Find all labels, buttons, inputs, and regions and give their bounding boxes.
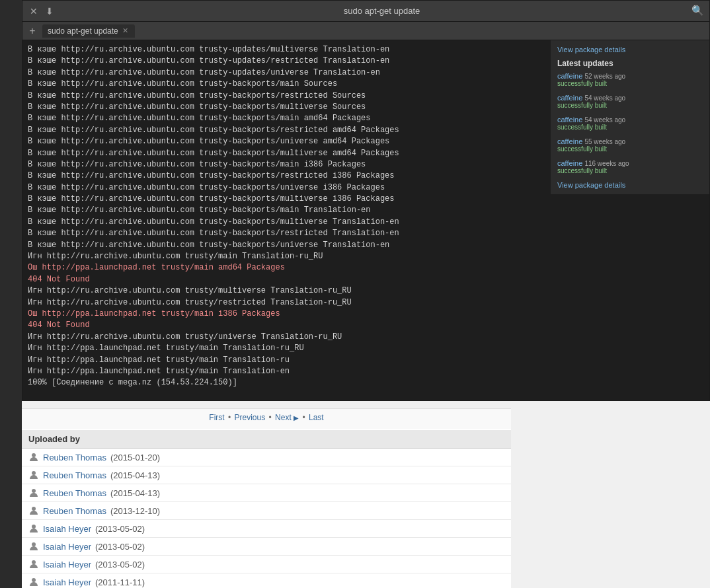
sidebar-update-item: caffeine 54 weeks ago successfully built	[557, 94, 703, 109]
latest-updates-title: Latest updates	[557, 59, 703, 68]
sidebar-updates-list: caffeine 52 weeks ago successfully built…	[557, 72, 703, 174]
terminal-line: Ош http://ppa.launchpad.net trusty/main …	[28, 309, 704, 320]
user-profile-link[interactable]: Isaiah Heyer	[43, 577, 91, 587]
bg-left-strip	[0, 0, 22, 588]
svg-point-2	[32, 489, 36, 493]
sidebar-update-status: successfully built	[557, 80, 703, 87]
main-content: First • Previous • Next ▶ • Last Uploade…	[22, 408, 511, 588]
user-profile-link[interactable]: Reuben Thomas	[43, 506, 106, 516]
terminal-window: ✕ ⬇ sudo apt-get update 🔍 + sudo apt-get…	[22, 0, 710, 401]
sidebar-update-name[interactable]: caffeine 54 weeks ago	[557, 94, 703, 102]
upload-date: (2013-05-02)	[95, 524, 145, 534]
terminal-sidebar: View package details Latest updates caff…	[551, 40, 709, 194]
svg-point-1	[32, 471, 36, 475]
sidebar-update-name[interactable]: caffeine 52 weeks ago	[557, 72, 703, 80]
user-icon	[28, 523, 39, 534]
pagination: First • Previous • Next ▶ • Last	[22, 408, 511, 429]
uploaded-by-row: Isaiah Heyer (2013-05-02)	[22, 538, 511, 556]
terminal-download-button[interactable]: ⬇	[44, 5, 56, 17]
terminal-tab-close-button[interactable]: ✕	[122, 26, 128, 35]
user-profile-link[interactable]: Isaiah Heyer	[43, 560, 91, 570]
terminal-titlebar: ✕ ⬇ sudo apt-get update 🔍	[22, 1, 709, 22]
terminal-line: В кэше http://ru.archive.ubuntu.com trus…	[28, 205, 704, 216]
sidebar-update-item: caffeine 55 weeks ago successfully built	[557, 137, 703, 153]
sidebar-update-time: 55 weeks ago	[584, 138, 625, 145]
sidebar-update-time: 54 weeks ago	[584, 116, 625, 124]
terminal-tab[interactable]: sudo apt-get update ✕	[42, 24, 135, 38]
sidebar-update-time: 54 weeks ago	[584, 94, 625, 102]
upload-date: (2013-05-02)	[95, 560, 145, 570]
user-icon	[28, 505, 39, 516]
upload-date: (2015-04-13)	[110, 488, 160, 498]
user-profile-link[interactable]: Reuben Thomas	[43, 453, 106, 462]
user-profile-link[interactable]: Reuben Thomas	[43, 488, 106, 498]
pagination-next-arrow: ▶	[294, 414, 299, 422]
upload-date: (2013-05-02)	[95, 542, 145, 552]
uploaded-by-row: Isaiah Heyer (2011-11-11)	[22, 573, 511, 588]
uploaded-by-header: Uploaded by	[22, 430, 511, 449]
user-icon	[28, 541, 39, 552]
terminal-line: Игн http://ru.archive.ubuntu.com trusty/…	[28, 297, 704, 309]
user-profile-link[interactable]: Isaiah Heyer	[43, 524, 91, 534]
user-icon	[28, 452, 39, 462]
pagination-first-link[interactable]: First	[209, 413, 224, 422]
sidebar-update-item: caffeine 52 weeks ago successfully built	[557, 72, 703, 87]
upload-date: (2015-04-13)	[110, 470, 160, 480]
user-icon	[28, 488, 39, 498]
uploaded-by-row: Reuben Thomas (2013-12-10)	[22, 502, 511, 520]
svg-point-4	[32, 525, 36, 529]
sidebar-update-status: successfully built	[557, 145, 703, 153]
terminal-line: Игн http://ppa.launchpad.net trusty/main…	[28, 355, 704, 366]
terminal-line: 404 Not Found	[28, 274, 704, 285]
terminal-line: 100% [Соединение с mega.nz (154.53.224.1…	[28, 377, 704, 388]
uploaded-by-row: Reuben Thomas (2015-04-13)	[22, 484, 511, 502]
sidebar-update-status: successfully built	[557, 167, 703, 174]
user-icon	[28, 577, 39, 587]
view-package-details-link-2[interactable]: View package details	[557, 181, 625, 189]
uploaded-by-rows: Reuben Thomas (2015-01-20)Reuben Thomas …	[22, 449, 511, 588]
user-icon	[28, 470, 39, 480]
user-icon	[28, 559, 39, 570]
pagination-sep-1: •	[228, 413, 233, 422]
pagination-last-link[interactable]: Last	[309, 413, 324, 422]
search-icon[interactable]: 🔍	[691, 5, 704, 17]
svg-point-0	[32, 453, 36, 457]
sidebar-update-name[interactable]: caffeine 116 weeks ago	[557, 159, 703, 167]
view-package-details-link-1[interactable]: View package details	[557, 46, 625, 54]
sidebar-update-status: successfully built	[557, 102, 703, 109]
sidebar-update-status: successfully built	[557, 124, 703, 131]
sidebar-update-name[interactable]: caffeine 55 weeks ago	[557, 137, 703, 145]
uploaded-by-row: Reuben Thomas (2015-04-13)	[22, 466, 511, 484]
uploaded-by-row: Isaiah Heyer (2013-05-02)	[22, 520, 511, 538]
terminal-line: Игн http://ppa.launchpad.net trusty/main…	[28, 366, 704, 377]
terminal-title: sudo apt-get update	[59, 6, 704, 16]
uploaded-by-row: Reuben Thomas (2015-01-20)	[22, 449, 511, 466]
terminal-line: Игн http://ru.archive.ubuntu.com trusty/…	[28, 285, 704, 297]
svg-point-3	[32, 507, 36, 511]
upload-date: (2015-01-20)	[110, 453, 160, 462]
pagination-sep-2: •	[269, 413, 274, 422]
terminal-tabs: + sudo apt-get update ✕	[22, 22, 709, 40]
sidebar-update-time: 116 weeks ago	[584, 160, 629, 167]
svg-point-7	[32, 578, 36, 582]
sidebar-update-name[interactable]: caffeine 54 weeks ago	[557, 116, 703, 124]
sidebar-update-item: caffeine 116 weeks ago successfully buil…	[557, 159, 703, 174]
terminal-line: Игн http://ru.archive.ubuntu.com trusty/…	[28, 251, 704, 262]
new-tab-button[interactable]: +	[25, 24, 40, 38]
upload-date: (2013-12-10)	[110, 506, 160, 516]
svg-point-5	[32, 542, 36, 546]
terminal-tab-label: sudo apt-get update	[48, 26, 118, 36]
user-profile-link[interactable]: Isaiah Heyer	[43, 542, 91, 552]
pagination-next-link[interactable]: Next	[275, 413, 292, 422]
uploaded-by-row: Isaiah Heyer (2013-05-02)	[22, 556, 511, 573]
terminal-line: 404 Not Found	[28, 320, 704, 331]
terminal-line: В кэше http://ru.archive.ubuntu.com trus…	[28, 228, 704, 239]
terminal-close-button[interactable]: ✕	[28, 5, 40, 17]
terminal-line: В кэше http://ru.archive.ubuntu.com trus…	[28, 194, 704, 205]
terminal-line: В кэше http://ru.archive.ubuntu.com trus…	[28, 240, 704, 251]
user-profile-link[interactable]: Reuben Thomas	[43, 470, 106, 480]
sidebar-update-item: caffeine 54 weeks ago successfully built	[557, 116, 703, 131]
pagination-previous-link[interactable]: Previous	[235, 413, 266, 422]
terminal-line: Ош http://ppa.launchpad.net trusty/main …	[28, 262, 704, 274]
sidebar-update-time: 52 weeks ago	[584, 73, 625, 80]
